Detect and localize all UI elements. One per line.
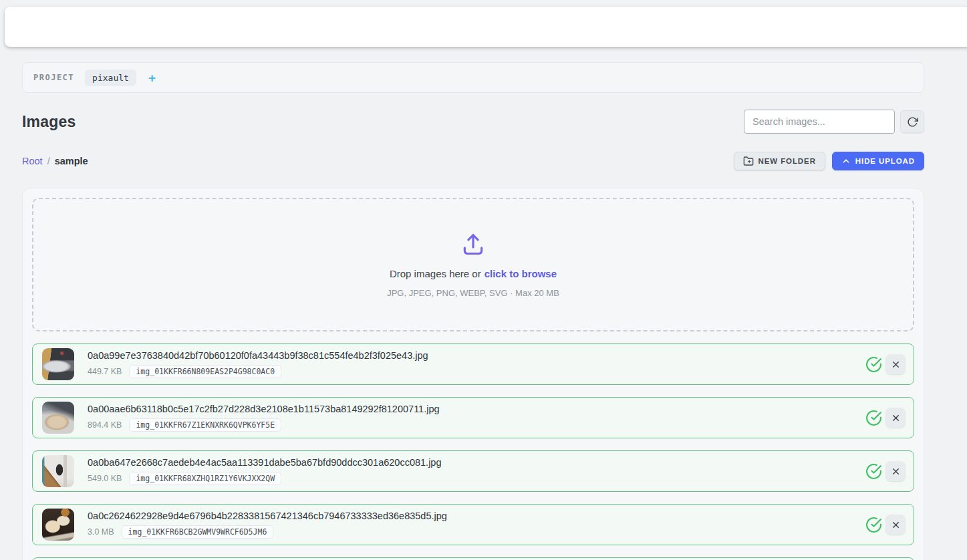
browse-link[interactable]: click to browse xyxy=(485,268,557,279)
file-info: 0a0c2624622928e9d4e6796b4b22833815674213… xyxy=(88,511,865,539)
hide-upload-label: HIDE UPLOAD xyxy=(855,157,915,165)
file-name: 0a00aae6b63118b0c5e17c2fb27d228d3e2108e1… xyxy=(88,404,865,414)
file-name: 0a0ba647e2668c7aedeb4e4ac5aa113391dabe5b… xyxy=(88,457,865,468)
remove-file-button[interactable] xyxy=(885,461,906,481)
upload-list: 0a0a99e7e3763840d42bf70b60120f0fa43443b9… xyxy=(32,343,914,560)
file-id-badge: img_01KKFR66N809EAS2P4G98C0AC0 xyxy=(129,365,281,378)
file-thumbnail xyxy=(42,348,74,380)
upload-success-icon xyxy=(865,356,882,373)
breadcrumb-current: sample xyxy=(55,156,88,166)
add-project-icon[interactable]: + xyxy=(147,72,157,84)
project-name-badge[interactable]: pixault xyxy=(85,69,136,86)
file-size: 894.4 KB xyxy=(88,420,122,430)
file-id-badge: img_01KKFR67Z1EKNXRK6QVPK6YF5E xyxy=(129,418,281,432)
file-meta: 3.0 MB img_01KKFR6BCB2GWMV9WRCF6D5JM6 xyxy=(88,525,865,539)
folder-actions: NEW FOLDER HIDE UPLOAD xyxy=(734,152,924,170)
refresh-icon xyxy=(907,116,918,128)
uploaded-file-row: 0a0c2624622928e9d4e6796b4b22833815674213… xyxy=(32,504,914,545)
file-meta: 449.7 KB img_01KKFR66N809EAS2P4G98C0AC0 xyxy=(88,365,865,378)
close-icon xyxy=(891,521,900,529)
file-size: 549.0 KB xyxy=(88,474,122,483)
header-row: Images xyxy=(22,110,924,134)
search-input[interactable] xyxy=(744,110,895,134)
uploaded-file-row: 0a0a99e7e3763840d42bf70b60120f0fa43443b9… xyxy=(32,343,914,385)
uploaded-file-row: 0a0ba647e2668c7aedeb4e4ac5aa113391dabe5b… xyxy=(32,450,914,492)
file-meta: 894.4 KB img_01KKFR67Z1EKNXRK6QVPK6YF5E xyxy=(88,418,865,432)
remove-file-button[interactable] xyxy=(885,354,906,374)
file-info: 0a00aae6b63118b0c5e17c2fb27d228d3e2108e1… xyxy=(88,404,865,432)
file-name: 0a0c2624622928e9d4e6796b4b22833815674213… xyxy=(88,511,865,521)
file-thumbnail xyxy=(42,509,74,541)
breadcrumb: Root/sample xyxy=(22,156,88,166)
file-meta: 549.0 KB img_01KKFR68XZHQ1RZ1Y6VKJXX2QW xyxy=(88,472,865,485)
file-size: 449.7 KB xyxy=(88,367,122,376)
close-icon xyxy=(891,467,900,476)
app-topbar xyxy=(5,7,967,47)
dropzone-text: Drop images here orclick to browse xyxy=(390,268,557,279)
uploaded-file-row-partial xyxy=(32,557,914,560)
upload-success-icon xyxy=(865,517,882,533)
refresh-button[interactable] xyxy=(900,110,924,133)
breadcrumb-root-link[interactable]: Root xyxy=(22,156,43,166)
file-thumbnail xyxy=(42,402,74,434)
breadcrumb-separator: / xyxy=(43,156,55,166)
new-folder-label: NEW FOLDER xyxy=(758,157,816,165)
file-size: 3.0 MB xyxy=(88,527,114,537)
upload-icon xyxy=(460,232,486,257)
breadcrumb-row: Root/sample NEW FOLDER xyxy=(22,152,924,170)
remove-file-button[interactable] xyxy=(885,515,906,535)
upload-dropzone[interactable]: Drop images here orclick to browse JPG, … xyxy=(32,198,914,331)
search-area xyxy=(744,110,924,134)
remove-file-button[interactable] xyxy=(885,408,906,428)
hide-upload-button[interactable]: HIDE UPLOAD xyxy=(832,152,924,170)
uploaded-file-row: 0a00aae6b63118b0c5e17c2fb27d228d3e2108e1… xyxy=(32,397,914,438)
chevron-up-icon xyxy=(841,156,851,166)
dropzone-prompt: Drop images here or xyxy=(390,268,481,279)
close-icon xyxy=(891,414,900,422)
close-icon xyxy=(891,360,900,369)
main-content: PROJECT pixault + Images Root/sample xyxy=(22,62,924,560)
file-info: 0a0a99e7e3763840d42bf70b60120f0fa43443b9… xyxy=(88,350,865,378)
upload-card: Drop images here orclick to browse JPG, … xyxy=(22,188,924,560)
upload-success-icon xyxy=(865,410,882,426)
upload-success-icon xyxy=(865,463,882,480)
file-info: 0a0ba647e2668c7aedeb4e4ac5aa113391dabe5b… xyxy=(88,457,865,485)
new-folder-button[interactable]: NEW FOLDER xyxy=(734,152,825,170)
file-id-badge: img_01KKFR6BCB2GWMV9WRCF6D5JM6 xyxy=(122,525,274,539)
file-id-badge: img_01KKFR68XZHQ1RZ1Y6VKJXX2QW xyxy=(129,472,281,485)
project-label: PROJECT xyxy=(33,73,74,82)
file-thumbnail xyxy=(42,455,74,487)
project-bar: PROJECT pixault + xyxy=(22,62,924,93)
file-name: 0a0a99e7e3763840d42bf70b60120f0fa43443b9… xyxy=(88,350,865,361)
folder-plus-icon xyxy=(743,156,754,166)
dropzone-hint: JPG, JPEG, PNG, WEBP, SVG · Max 20 MB xyxy=(387,288,559,298)
page-title: Images xyxy=(22,113,76,131)
